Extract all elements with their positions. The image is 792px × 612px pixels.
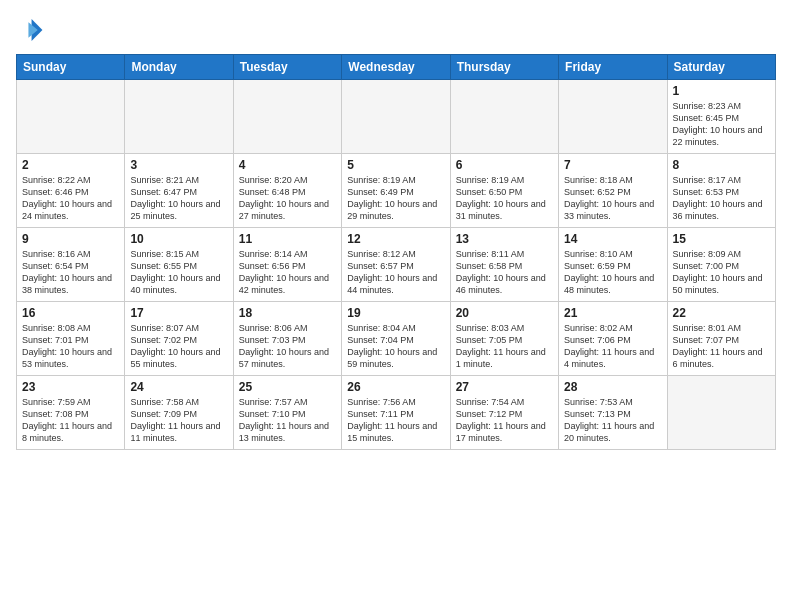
- calendar-cell: 3Sunrise: 8:21 AM Sunset: 6:47 PM Daylig…: [125, 154, 233, 228]
- day-number: 9: [22, 232, 119, 246]
- day-number: 25: [239, 380, 336, 394]
- calendar-cell: 27Sunrise: 7:54 AM Sunset: 7:12 PM Dayli…: [450, 376, 558, 450]
- day-info: Sunrise: 8:17 AM Sunset: 6:53 PM Dayligh…: [673, 174, 770, 223]
- logo: [16, 16, 48, 44]
- day-info: Sunrise: 8:23 AM Sunset: 6:45 PM Dayligh…: [673, 100, 770, 149]
- day-info: Sunrise: 8:12 AM Sunset: 6:57 PM Dayligh…: [347, 248, 444, 297]
- calendar-cell: [233, 80, 341, 154]
- calendar-cell: 1Sunrise: 8:23 AM Sunset: 6:45 PM Daylig…: [667, 80, 775, 154]
- calendar-cell: [450, 80, 558, 154]
- calendar-cell: 19Sunrise: 8:04 AM Sunset: 7:04 PM Dayli…: [342, 302, 450, 376]
- calendar-cell: 24Sunrise: 7:58 AM Sunset: 7:09 PM Dayli…: [125, 376, 233, 450]
- logo-icon: [16, 16, 44, 44]
- day-number: 26: [347, 380, 444, 394]
- day-info: Sunrise: 8:09 AM Sunset: 7:00 PM Dayligh…: [673, 248, 770, 297]
- day-number: 22: [673, 306, 770, 320]
- day-number: 2: [22, 158, 119, 172]
- day-number: 24: [130, 380, 227, 394]
- day-number: 12: [347, 232, 444, 246]
- calendar-cell: 23Sunrise: 7:59 AM Sunset: 7:08 PM Dayli…: [17, 376, 125, 450]
- calendar-header-friday: Friday: [559, 55, 667, 80]
- day-info: Sunrise: 8:02 AM Sunset: 7:06 PM Dayligh…: [564, 322, 661, 371]
- day-number: 18: [239, 306, 336, 320]
- day-number: 11: [239, 232, 336, 246]
- calendar-cell: 6Sunrise: 8:19 AM Sunset: 6:50 PM Daylig…: [450, 154, 558, 228]
- day-info: Sunrise: 8:11 AM Sunset: 6:58 PM Dayligh…: [456, 248, 553, 297]
- calendar-cell: 16Sunrise: 8:08 AM Sunset: 7:01 PM Dayli…: [17, 302, 125, 376]
- day-number: 23: [22, 380, 119, 394]
- day-info: Sunrise: 8:07 AM Sunset: 7:02 PM Dayligh…: [130, 322, 227, 371]
- calendar-cell: [125, 80, 233, 154]
- calendar-header-saturday: Saturday: [667, 55, 775, 80]
- calendar-cell: 26Sunrise: 7:56 AM Sunset: 7:11 PM Dayli…: [342, 376, 450, 450]
- calendar-header-sunday: Sunday: [17, 55, 125, 80]
- header: [16, 16, 776, 44]
- calendar-header-thursday: Thursday: [450, 55, 558, 80]
- calendar-table: SundayMondayTuesdayWednesdayThursdayFrid…: [16, 54, 776, 450]
- day-info: Sunrise: 7:56 AM Sunset: 7:11 PM Dayligh…: [347, 396, 444, 445]
- day-info: Sunrise: 8:01 AM Sunset: 7:07 PM Dayligh…: [673, 322, 770, 371]
- calendar-week-2: 2Sunrise: 8:22 AM Sunset: 6:46 PM Daylig…: [17, 154, 776, 228]
- day-info: Sunrise: 8:03 AM Sunset: 7:05 PM Dayligh…: [456, 322, 553, 371]
- day-info: Sunrise: 8:06 AM Sunset: 7:03 PM Dayligh…: [239, 322, 336, 371]
- calendar-week-4: 16Sunrise: 8:08 AM Sunset: 7:01 PM Dayli…: [17, 302, 776, 376]
- calendar-week-5: 23Sunrise: 7:59 AM Sunset: 7:08 PM Dayli…: [17, 376, 776, 450]
- calendar-cell: [17, 80, 125, 154]
- day-info: Sunrise: 8:14 AM Sunset: 6:56 PM Dayligh…: [239, 248, 336, 297]
- day-number: 13: [456, 232, 553, 246]
- day-number: 3: [130, 158, 227, 172]
- calendar-cell: 11Sunrise: 8:14 AM Sunset: 6:56 PM Dayli…: [233, 228, 341, 302]
- calendar-cell: 7Sunrise: 8:18 AM Sunset: 6:52 PM Daylig…: [559, 154, 667, 228]
- calendar-cell: 9Sunrise: 8:16 AM Sunset: 6:54 PM Daylig…: [17, 228, 125, 302]
- day-info: Sunrise: 8:18 AM Sunset: 6:52 PM Dayligh…: [564, 174, 661, 223]
- day-number: 17: [130, 306, 227, 320]
- calendar-header-wednesday: Wednesday: [342, 55, 450, 80]
- day-info: Sunrise: 8:04 AM Sunset: 7:04 PM Dayligh…: [347, 322, 444, 371]
- day-info: Sunrise: 7:59 AM Sunset: 7:08 PM Dayligh…: [22, 396, 119, 445]
- day-number: 16: [22, 306, 119, 320]
- day-number: 5: [347, 158, 444, 172]
- day-number: 6: [456, 158, 553, 172]
- day-info: Sunrise: 8:19 AM Sunset: 6:50 PM Dayligh…: [456, 174, 553, 223]
- day-number: 28: [564, 380, 661, 394]
- day-number: 15: [673, 232, 770, 246]
- day-info: Sunrise: 8:21 AM Sunset: 6:47 PM Dayligh…: [130, 174, 227, 223]
- day-number: 10: [130, 232, 227, 246]
- day-number: 14: [564, 232, 661, 246]
- calendar-week-1: 1Sunrise: 8:23 AM Sunset: 6:45 PM Daylig…: [17, 80, 776, 154]
- calendar-cell: 14Sunrise: 8:10 AM Sunset: 6:59 PM Dayli…: [559, 228, 667, 302]
- day-number: 27: [456, 380, 553, 394]
- day-info: Sunrise: 8:15 AM Sunset: 6:55 PM Dayligh…: [130, 248, 227, 297]
- day-number: 21: [564, 306, 661, 320]
- day-info: Sunrise: 7:53 AM Sunset: 7:13 PM Dayligh…: [564, 396, 661, 445]
- day-info: Sunrise: 8:10 AM Sunset: 6:59 PM Dayligh…: [564, 248, 661, 297]
- calendar-cell: 12Sunrise: 8:12 AM Sunset: 6:57 PM Dayli…: [342, 228, 450, 302]
- calendar-cell: 2Sunrise: 8:22 AM Sunset: 6:46 PM Daylig…: [17, 154, 125, 228]
- day-info: Sunrise: 8:08 AM Sunset: 7:01 PM Dayligh…: [22, 322, 119, 371]
- day-info: Sunrise: 7:58 AM Sunset: 7:09 PM Dayligh…: [130, 396, 227, 445]
- calendar-cell: 13Sunrise: 8:11 AM Sunset: 6:58 PM Dayli…: [450, 228, 558, 302]
- calendar-header-row: SundayMondayTuesdayWednesdayThursdayFrid…: [17, 55, 776, 80]
- calendar-cell: 10Sunrise: 8:15 AM Sunset: 6:55 PM Dayli…: [125, 228, 233, 302]
- calendar-cell: 5Sunrise: 8:19 AM Sunset: 6:49 PM Daylig…: [342, 154, 450, 228]
- day-info: Sunrise: 7:54 AM Sunset: 7:12 PM Dayligh…: [456, 396, 553, 445]
- calendar-cell: 20Sunrise: 8:03 AM Sunset: 7:05 PM Dayli…: [450, 302, 558, 376]
- day-info: Sunrise: 8:16 AM Sunset: 6:54 PM Dayligh…: [22, 248, 119, 297]
- day-number: 8: [673, 158, 770, 172]
- day-info: Sunrise: 8:19 AM Sunset: 6:49 PM Dayligh…: [347, 174, 444, 223]
- calendar-cell: 18Sunrise: 8:06 AM Sunset: 7:03 PM Dayli…: [233, 302, 341, 376]
- calendar-cell: 8Sunrise: 8:17 AM Sunset: 6:53 PM Daylig…: [667, 154, 775, 228]
- calendar-cell: 4Sunrise: 8:20 AM Sunset: 6:48 PM Daylig…: [233, 154, 341, 228]
- calendar-cell: 25Sunrise: 7:57 AM Sunset: 7:10 PM Dayli…: [233, 376, 341, 450]
- day-number: 4: [239, 158, 336, 172]
- calendar-cell: 17Sunrise: 8:07 AM Sunset: 7:02 PM Dayli…: [125, 302, 233, 376]
- day-info: Sunrise: 7:57 AM Sunset: 7:10 PM Dayligh…: [239, 396, 336, 445]
- day-info: Sunrise: 8:22 AM Sunset: 6:46 PM Dayligh…: [22, 174, 119, 223]
- day-info: Sunrise: 8:20 AM Sunset: 6:48 PM Dayligh…: [239, 174, 336, 223]
- calendar-cell: [667, 376, 775, 450]
- calendar-cell: 22Sunrise: 8:01 AM Sunset: 7:07 PM Dayli…: [667, 302, 775, 376]
- calendar-cell: 28Sunrise: 7:53 AM Sunset: 7:13 PM Dayli…: [559, 376, 667, 450]
- day-number: 19: [347, 306, 444, 320]
- calendar-header-monday: Monday: [125, 55, 233, 80]
- calendar-week-3: 9Sunrise: 8:16 AM Sunset: 6:54 PM Daylig…: [17, 228, 776, 302]
